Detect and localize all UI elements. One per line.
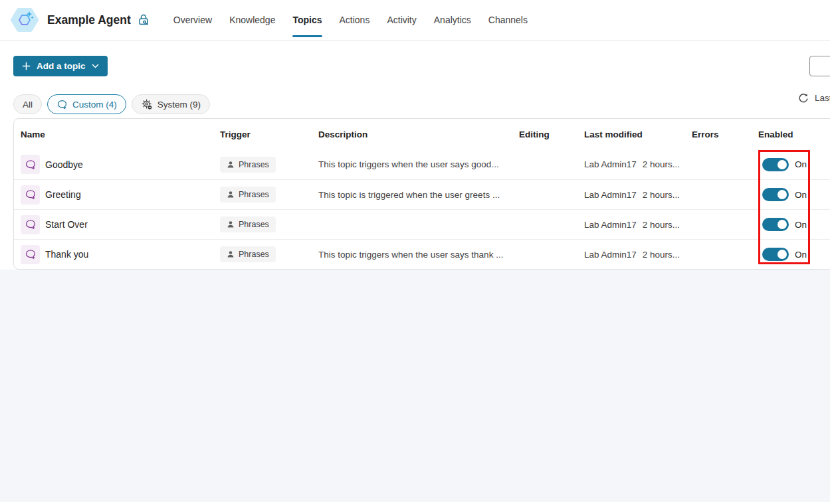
toggle-state-label: On (795, 250, 807, 260)
topic-chat-icon (21, 215, 40, 234)
copilot-agent-logo-icon[interactable] (11, 0, 39, 40)
topic-description: This topic triggers when the user says g… (312, 159, 512, 169)
topic-name: Start Over (45, 219, 88, 230)
plus-icon (22, 62, 31, 70)
table-row[interactable]: Greeting Phrases This topic is triggered… (14, 179, 830, 209)
last-modified-cell: Lab Admin17 2 hours... (577, 250, 685, 260)
toggle-knob (778, 160, 787, 169)
table-row[interactable]: Start Over Phrases Lab Admin17 2 hours..… (14, 209, 830, 239)
toggle-state-label: On (795, 159, 807, 169)
topic-description: This topic triggers when the user says t… (312, 250, 512, 260)
toggle-knob (778, 220, 787, 229)
last-modified-cell: Lab Admin17 2 hours... (577, 159, 685, 169)
topic-description: This topic is triggered when the user gr… (312, 190, 512, 200)
modified-by: Lab Admin17 (584, 220, 637, 230)
trigger-phrases-badge: Phrases (220, 216, 276, 232)
enabled-cell: On (752, 188, 830, 201)
trigger-phrases-badge: Phrases (220, 157, 276, 173)
col-last-modified[interactable]: Last modified (577, 129, 685, 139)
topic-name: Goodbye (45, 159, 83, 170)
enabled-toggle[interactable] (762, 218, 789, 231)
last-modified-cell: Lab Admin17 2 hours... (577, 190, 685, 200)
modified-by: Lab Admin17 (584, 190, 637, 200)
filter-system[interactable]: System (9) (132, 94, 210, 114)
modified-by: Lab Admin17 (584, 250, 637, 260)
app-header: Example Agent Overview Knowledge Topics … (0, 0, 830, 41)
modified-by: Lab Admin17 (584, 159, 637, 169)
agent-title: Example Agent (47, 0, 131, 40)
tab-actions[interactable]: Actions (331, 0, 379, 40)
trigger-phrases-badge: Phrases (220, 187, 276, 203)
modified-time: 2 hours... (643, 250, 680, 260)
enabled-toggle[interactable] (762, 188, 789, 201)
topic-name: Greeting (45, 189, 81, 200)
enabled-cell: On (752, 248, 830, 261)
enabled-toggle[interactable] (762, 158, 789, 171)
topic-chat-icon (21, 245, 40, 264)
top-nav: Overview Knowledge Topics Actions Activi… (165, 0, 536, 40)
refresh-label: Last (815, 93, 830, 103)
filter-custom[interactable]: Custom (4) (47, 94, 126, 114)
person-icon (227, 220, 235, 228)
col-description[interactable]: Description (312, 129, 512, 139)
add-topic-button[interactable]: Add a topic (13, 56, 108, 76)
table-row[interactable]: Goodbye Phrases This topic triggers when… (14, 149, 830, 179)
tab-knowledge[interactable]: Knowledge (221, 0, 284, 40)
table-header-row: Name Trigger Description Editing Last mo… (14, 119, 830, 149)
toggle-state-label: On (795, 190, 807, 200)
person-icon (227, 191, 235, 199)
table-body: Goodbye Phrases This topic triggers when… (14, 149, 830, 269)
enabled-toggle[interactable] (762, 248, 789, 261)
col-editing[interactable]: Editing (512, 129, 577, 139)
chat-icon (56, 99, 68, 110)
toggle-state-label: On (795, 220, 807, 230)
search-box[interactable] (809, 56, 830, 76)
refresh-status[interactable]: Last (797, 92, 830, 104)
gear-icon (141, 98, 153, 110)
toggle-knob (778, 250, 787, 259)
trigger-phrases-badge: Phrases (220, 246, 276, 262)
modified-time: 2 hours... (643, 220, 680, 230)
topic-chat-icon (21, 185, 40, 205)
tab-activity[interactable]: Activity (378, 0, 425, 40)
person-icon (227, 161, 235, 169)
topic-chat-icon (21, 155, 40, 174)
tab-channels[interactable]: Channels (480, 0, 536, 40)
search-input[interactable] (819, 61, 830, 71)
tab-overview[interactable]: Overview (165, 0, 221, 40)
lock-key-permissions-icon[interactable] (137, 0, 150, 40)
filter-all[interactable]: All (13, 94, 42, 114)
table-row[interactable]: Thank you Phrases This topic triggers wh… (14, 239, 830, 269)
refresh-icon (797, 92, 809, 104)
topics-table: Name Trigger Description Editing Last mo… (13, 118, 830, 270)
modified-time: 2 hours... (643, 159, 680, 169)
col-enabled[interactable]: Enabled (752, 129, 830, 139)
filter-pills: All Custom (4) System (9) (13, 94, 817, 114)
col-trigger[interactable]: Trigger (213, 129, 312, 139)
page-background-lower (0, 270, 830, 502)
toggle-knob (778, 190, 787, 199)
col-errors[interactable]: Errors (685, 129, 752, 139)
topics-toolbar: Add a topic Last All Custom (4) (0, 41, 830, 118)
person-icon (227, 250, 235, 258)
enabled-cell: On (752, 218, 830, 231)
chevron-down-icon (92, 64, 99, 68)
topic-name: Thank you (45, 249, 88, 260)
modified-time: 2 hours... (643, 190, 680, 200)
enabled-cell: On (752, 158, 830, 171)
tab-analytics[interactable]: Analytics (425, 0, 480, 40)
tab-topics[interactable]: Topics (284, 0, 330, 40)
col-name[interactable]: Name (14, 129, 213, 139)
last-modified-cell: Lab Admin17 2 hours... (577, 220, 685, 230)
